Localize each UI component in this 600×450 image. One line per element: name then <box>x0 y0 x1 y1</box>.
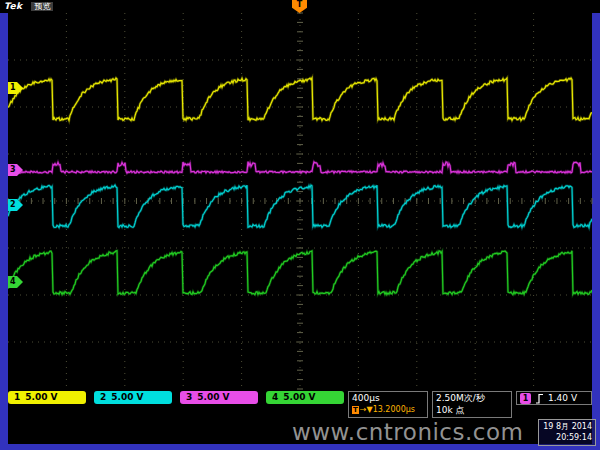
acquisition-status: 预览 <box>31 2 53 11</box>
record-length-value: 10k 点 <box>436 404 508 416</box>
brand-logo: Tek <box>4 1 23 11</box>
channel-3-ground-label: 3 <box>10 165 16 174</box>
trigger-source-badge: 1 <box>520 393 531 404</box>
graticule-area <box>8 13 592 389</box>
timebase-value: 400μs <box>352 392 424 404</box>
date-value: 19 8月 2014 <box>542 421 592 432</box>
channel-2-scale-readout[interactable]: 25.00 V <box>94 391 172 404</box>
channel-3-scale: 5.00 V <box>197 392 229 402</box>
channel-4-number: 4 <box>272 392 278 402</box>
channel-2-number: 2 <box>100 392 106 402</box>
acquisition-readout[interactable]: 2.50M次/秒 10k 点 <box>432 391 512 418</box>
trigger-delay-value: →▼13.2000μs <box>360 405 415 414</box>
oscilloscope-screen: Tek 预览 T 1 3 2 4 15.00 V 25.00 V 35.00 V… <box>0 0 600 450</box>
channel-4-ground-label: 4 <box>10 277 16 286</box>
trigger-delay-line: T→▼13.2000μs <box>352 404 424 416</box>
channel-1-number: 1 <box>14 392 20 402</box>
rising-edge-icon <box>535 393 544 404</box>
trigger-level-value: 1.40 V <box>548 392 577 404</box>
horizontal-readout[interactable]: 400μs T→▼13.2000μs <box>348 391 428 418</box>
channel-3-scale-readout[interactable]: 35.00 V <box>180 391 258 404</box>
channel-3-number: 3 <box>186 392 192 402</box>
time-value: 20:59:14 <box>542 432 592 443</box>
channel-4-scale: 5.00 V <box>283 392 315 402</box>
channel-1-scale: 5.00 V <box>25 392 57 402</box>
channel-2-ground-label: 2 <box>10 200 16 209</box>
datetime-readout: 19 8月 2014 20:59:14 <box>538 419 596 446</box>
trigger-position-label: T <box>297 0 302 9</box>
watermark-text: www.cntronics.com <box>292 419 523 445</box>
channel-1-scale-readout[interactable]: 15.00 V <box>8 391 86 404</box>
trigger-readout[interactable]: 1 1.40 V <box>516 391 592 405</box>
sample-rate-value: 2.50M次/秒 <box>436 392 508 404</box>
channel-1-ground-label: 1 <box>10 83 16 92</box>
delay-trigger-icon: T <box>352 406 359 414</box>
channel-2-scale: 5.00 V <box>111 392 143 402</box>
channel-4-scale-readout[interactable]: 45.00 V <box>266 391 344 404</box>
